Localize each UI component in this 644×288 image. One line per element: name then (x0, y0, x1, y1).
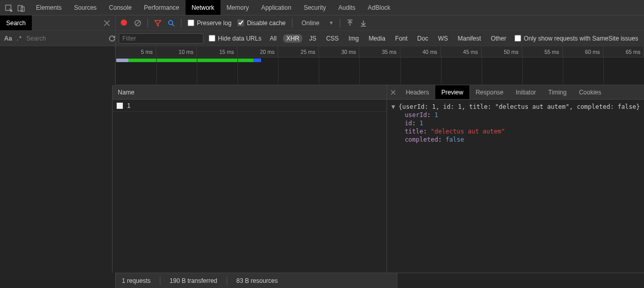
preview-property: id: 1 (391, 119, 640, 127)
type-filter-doc[interactable]: Doc (414, 34, 431, 43)
detail-tab-headers[interactable]: Headers (399, 85, 435, 99)
refresh-icon[interactable] (108, 35, 116, 42)
close-details-icon[interactable] (387, 85, 399, 99)
waterfall-tick: 30 ms (319, 46, 359, 57)
request-details-pane: HeadersPreviewResponseInitiatorTimingCoo… (387, 85, 644, 273)
preserve-log-label: Preserve log (197, 20, 231, 27)
request-row[interactable]: 1 (113, 100, 387, 112)
type-filter-other[interactable]: Other (488, 34, 509, 43)
search-drawer-title: Search (0, 15, 32, 30)
status-transferred: 190 B transferred (170, 277, 217, 284)
type-filter-xhr[interactable]: XHR (283, 34, 302, 43)
main-tab-elements[interactable]: Elements (30, 0, 68, 15)
main-tab-audits[interactable]: Audits (332, 0, 361, 15)
waterfall-tick: 15 ms (197, 46, 237, 57)
type-filter-img[interactable]: Img (345, 34, 362, 43)
preview-property: title: "delectus aut autem" (391, 127, 640, 136)
main-tab-security[interactable]: Security (298, 0, 332, 15)
status-requests: 1 requests (122, 277, 151, 284)
status-resources: 83 B resources (236, 277, 278, 284)
filter-bar: Hide data URLs AllXHRJSCSSImgMediaFontDo… (116, 31, 644, 46)
requests-pane: Name 1 (113, 85, 387, 273)
clear-icon[interactable] (134, 20, 141, 27)
throttling-select[interactable]: Online (299, 20, 323, 27)
network-toolbar: Preserve log Disable cache Online ▼ (116, 15, 644, 30)
detail-tab-initiator[interactable]: Initiator (509, 85, 542, 99)
type-filter-media[interactable]: Media (365, 34, 389, 43)
main-tab-network[interactable]: Network (186, 0, 220, 15)
samesite-label: Only show requests with SameSite issues (524, 35, 638, 42)
download-har-icon[interactable] (360, 20, 367, 27)
waterfall-tick: 55 ms (522, 46, 563, 57)
search-input[interactable] (26, 35, 103, 42)
main-tab-application[interactable]: Application (255, 0, 298, 15)
upload-har-icon[interactable] (346, 20, 354, 27)
waterfall-tick: 5 ms (116, 46, 156, 57)
record-icon[interactable] (121, 20, 128, 27)
search-input-row: Aa .* (0, 31, 116, 46)
type-filter-ws[interactable]: WS (435, 34, 451, 43)
search-icon[interactable] (168, 20, 175, 27)
preserve-log-checkbox[interactable]: Preserve log (188, 20, 231, 27)
search-drawer-header: Search (0, 15, 116, 30)
preview-summary: {userId: 1, id: 1, title: "delectus aut … (398, 103, 640, 110)
main-tab-memory[interactable]: Memory (220, 0, 255, 15)
disable-cache-checkbox[interactable]: Disable cache (237, 20, 285, 27)
main-tab-console[interactable]: Console (103, 0, 138, 15)
waterfall-tick: 50 ms (482, 46, 522, 57)
disclosure-triangle-icon[interactable]: ▼ (391, 103, 396, 111)
waterfall-tick: 25 ms (278, 46, 319, 57)
search-results-empty (0, 46, 116, 85)
detail-tab-response[interactable]: Response (469, 85, 509, 99)
waterfall-tick: 60 ms (563, 46, 603, 57)
detail-tab-cookies[interactable]: Cookies (573, 85, 607, 99)
preview-property: completed: false (391, 136, 640, 144)
device-toggle-icon[interactable] (17, 4, 25, 11)
preview-body[interactable]: ▼{userId: 1, id: 1, title: "delectus aut… (387, 100, 644, 273)
type-filter-font[interactable]: Font (392, 34, 411, 43)
samesite-checkbox[interactable]: Only show requests with SameSite issues (514, 35, 638, 42)
waterfall-tick: 10 ms (156, 46, 197, 57)
chevron-down-icon[interactable]: ▼ (328, 20, 334, 26)
file-icon (117, 103, 123, 109)
close-icon[interactable] (99, 20, 115, 26)
waterfall-tick: 35 ms (359, 46, 400, 57)
waterfall-tick: 40 ms (400, 46, 441, 57)
main-tab-performance[interactable]: Performance (138, 0, 186, 15)
type-filter-js[interactable]: JS (306, 34, 319, 43)
status-bar: 1 requests 190 B transferred 83 B resour… (0, 273, 644, 288)
search-results-body (0, 85, 113, 273)
type-filter-css[interactable]: CSS (323, 34, 342, 43)
preview-property: userId: 1 (391, 111, 640, 119)
svg-line-6 (172, 24, 174, 26)
waterfall-tick: 20 ms (237, 46, 278, 57)
match-case-icon[interactable]: Aa (4, 35, 12, 42)
requests-column-header[interactable]: Name (113, 85, 387, 100)
detail-tab-timing[interactable]: Timing (542, 85, 573, 99)
type-filter-manifest[interactable]: Manifest (455, 34, 484, 43)
svg-line-4 (136, 21, 140, 25)
inspect-icon[interactable] (5, 4, 12, 11)
main-tab-adblock[interactable]: AdBlock (362, 0, 397, 15)
waterfall-tick: 45 ms (441, 46, 482, 57)
waterfall-overview[interactable]: 5 ms10 ms15 ms20 ms25 ms30 ms35 ms40 ms4… (116, 46, 644, 85)
devtools-main-tabs: ElementsSourcesConsolePerformanceNetwork… (0, 0, 644, 15)
request-name: 1 (127, 102, 131, 109)
hide-data-urls-checkbox[interactable]: Hide data URLs (209, 35, 262, 42)
detail-tab-preview[interactable]: Preview (435, 85, 470, 99)
filter-icon[interactable] (154, 20, 161, 27)
hide-data-urls-label: Hide data URLs (218, 35, 262, 42)
filter-input[interactable] (119, 33, 204, 44)
main-tab-sources[interactable]: Sources (68, 0, 103, 15)
type-filter-all[interactable]: All (267, 34, 280, 43)
disable-cache-label: Disable cache (247, 20, 285, 27)
regex-icon[interactable]: .* (17, 35, 21, 42)
waterfall-tick: 65 ms (603, 46, 644, 57)
svg-rect-1 (18, 5, 23, 11)
svg-point-5 (169, 21, 173, 25)
